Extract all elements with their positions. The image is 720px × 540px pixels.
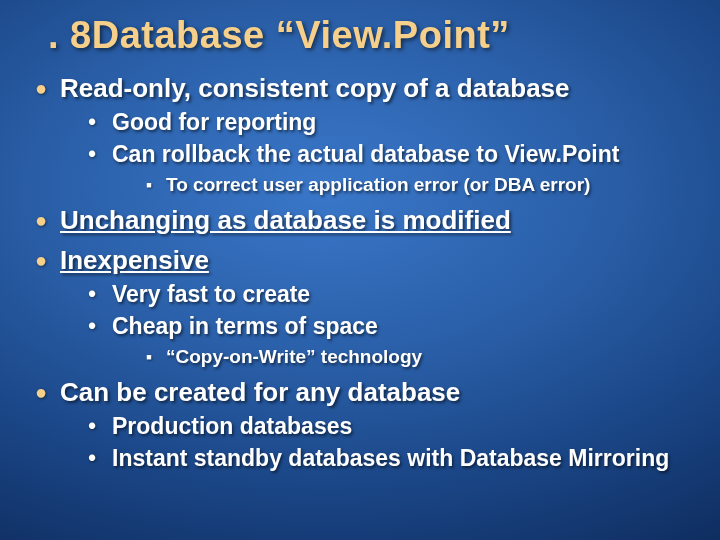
- bullet-l1: ● Can be created for any database: [22, 375, 698, 409]
- bullet-text: “Copy-on-Write” technology: [166, 345, 422, 369]
- disc-icon: ●: [22, 71, 60, 105]
- disc-icon: ●: [22, 203, 60, 237]
- bullet-l2: • Instant standby databases with Databas…: [72, 443, 698, 473]
- bullet-text: Can be created for any database: [60, 375, 460, 409]
- dot-icon: •: [72, 279, 112, 309]
- disc-icon: ●: [22, 375, 60, 409]
- bullet-text: Can rollback the actual database to View…: [112, 139, 619, 169]
- bullet-l2: • Can rollback the actual database to Vi…: [72, 139, 698, 169]
- dot-icon: •: [72, 107, 112, 137]
- slide: . 8Database “View.Point” ● Read-only, co…: [0, 0, 720, 540]
- bullet-text: Instant standby databases with Database …: [112, 443, 669, 473]
- dot-icon: •: [72, 443, 112, 473]
- bullet-l1: ● Inexpensive: [22, 243, 698, 277]
- dot-icon: •: [72, 311, 112, 341]
- bullet-l2: • Cheap in terms of space: [72, 311, 698, 341]
- bullet-l2: • Good for reporting: [72, 107, 698, 137]
- bullet-text: To correct user application error (or DB…: [166, 173, 590, 197]
- dot-icon: •: [72, 139, 112, 169]
- disc-icon: ●: [22, 243, 60, 277]
- bullet-text: Production databases: [112, 411, 352, 441]
- bullet-text: Very fast to create: [112, 279, 310, 309]
- bullet-text: Inexpensive: [60, 243, 209, 277]
- bullet-l2: • Production databases: [72, 411, 698, 441]
- bullet-l2: • Very fast to create: [72, 279, 698, 309]
- bullet-l1: ● Unchanging as database is modified: [22, 203, 698, 237]
- bullet-text: Read-only, consistent copy of a database: [60, 71, 570, 105]
- square-icon: ■: [132, 173, 166, 197]
- square-icon: ■: [132, 345, 166, 369]
- bullet-l3: ■ “Copy-on-Write” technology: [132, 345, 698, 369]
- dot-icon: •: [72, 411, 112, 441]
- bullet-l3: ■ To correct user application error (or …: [132, 173, 698, 197]
- bullet-text: Cheap in terms of space: [112, 311, 378, 341]
- bullet-l1: ● Read-only, consistent copy of a databa…: [22, 71, 698, 105]
- bullet-text: Unchanging as database is modified: [60, 203, 511, 237]
- bullet-text: Good for reporting: [112, 107, 316, 137]
- slide-title: . 8Database “View.Point”: [48, 14, 698, 57]
